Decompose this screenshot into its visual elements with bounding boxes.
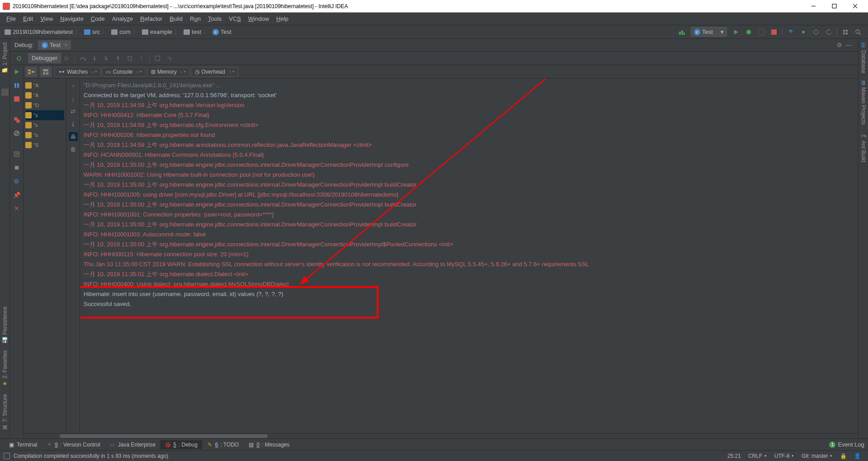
- status-icon[interactable]: [4, 453, 10, 459]
- evaluate-expr-icon[interactable]: [151, 52, 163, 64]
- soft-wrap-icon[interactable]: ⇄: [69, 107, 78, 116]
- menu-window[interactable]: Window: [245, 14, 273, 24]
- menu-edit[interactable]: Edit: [19, 14, 37, 24]
- project-structure-icon[interactable]: [840, 27, 851, 38]
- print-icon[interactable]: 🖶: [69, 132, 78, 141]
- run-config-selector[interactable]: c Test ▾: [691, 27, 727, 37]
- debug-session-tab[interactable]: c Test ×: [38, 40, 71, 50]
- vcs-history-icon[interactable]: [811, 27, 821, 38]
- event-log-button[interactable]: 1Event Log: [829, 441, 864, 448]
- tool-todo[interactable]: ✎6: TODO: [202, 440, 244, 449]
- right-tool-strip: 🗄Database mMaven Projects 🐜Ant Build: [858, 39, 868, 438]
- trace-icon[interactable]: [163, 52, 175, 64]
- view-breakpoints-icon[interactable]: [12, 115, 22, 125]
- close-button[interactable]: [844, 0, 865, 13]
- resume-button[interactable]: [12, 67, 22, 77]
- console-output[interactable]: "D:\Program Files\Java\jdk1.8.0_191\bin\…: [80, 79, 858, 433]
- horizontal-scrollbar[interactable]: [24, 433, 858, 438]
- gear-icon-2[interactable]: ⚙: [12, 176, 22, 186]
- menu-file[interactable]: File: [3, 14, 19, 24]
- run-to-cursor-icon[interactable]: [136, 52, 147, 64]
- menu-view[interactable]: View: [37, 14, 57, 24]
- tool-ant[interactable]: 🐜Ant Build: [859, 128, 868, 166]
- git-branch[interactable]: Git: master ‣: [798, 453, 836, 459]
- close-tab-icon[interactable]: ×: [64, 42, 68, 48]
- tab-watches[interactable]: 👓Watches→•: [54, 67, 101, 77]
- left-tool-strip: 📁1: Project 💾Persistence ★2: Favorites ⌘…: [0, 39, 10, 438]
- menu-vcs[interactable]: VCS: [225, 14, 245, 24]
- frames-panel[interactable]: "A "A "D "s "s "s "S: [24, 79, 66, 433]
- read-only-lock-icon[interactable]: 🔒: [836, 453, 850, 459]
- rerun-button[interactable]: [13, 52, 25, 64]
- line-separator[interactable]: CRLF ‣: [745, 453, 771, 459]
- menu-navigate[interactable]: Navigate: [57, 14, 87, 24]
- step-into-icon[interactable]: [89, 52, 100, 64]
- tool-java-enterprise[interactable]: ▭Java Enterprise: [105, 440, 160, 449]
- tool-version-control[interactable]: ⑂9: Version Control: [42, 440, 104, 449]
- gear-icon[interactable]: ⚙: [837, 42, 842, 48]
- debugger-tab-label[interactable]: Debugger: [28, 53, 61, 63]
- build-icon[interactable]: [676, 27, 687, 38]
- clear-icon[interactable]: 🗑: [69, 145, 78, 154]
- get-thread-dump-icon[interactable]: [12, 149, 22, 159]
- tool-debug[interactable]: 🐞5: Debug: [160, 440, 202, 449]
- minimize-button[interactable]: [803, 0, 824, 13]
- svg-rect-5: [681, 30, 683, 35]
- tool-messages[interactable]: ▤0: Messages: [243, 440, 294, 449]
- tab-console[interactable]: ▭Console→•: [102, 67, 146, 77]
- vcs-revert-icon[interactable]: [823, 27, 834, 38]
- tool-favorites[interactable]: ★2: Favorites: [1, 347, 9, 390]
- close-panel-icon[interactable]: ✕: [12, 203, 22, 213]
- stop-button[interactable]: [769, 27, 779, 38]
- inspections-icon[interactable]: 👤: [850, 453, 864, 459]
- tool-persistence[interactable]: 💾Persistence: [1, 303, 9, 347]
- stop-button-2[interactable]: [12, 94, 22, 104]
- force-step-into-icon[interactable]: [100, 52, 112, 64]
- tool-project[interactable]: 📁1: Project: [1, 39, 9, 78]
- file-encoding[interactable]: UTF-8 ‣: [771, 453, 798, 459]
- tool-terminal[interactable]: ▣Terminal: [4, 440, 42, 449]
- menu-run[interactable]: Run: [186, 14, 204, 24]
- tab-memory[interactable]: ⊞Memory→•: [147, 67, 190, 77]
- tool-icon-unknown[interactable]: [1, 89, 9, 96]
- frames-threads-icon[interactable]: [25, 66, 37, 77]
- tool-structure[interactable]: ⌘7: Structure: [1, 390, 9, 434]
- maximize-button[interactable]: [824, 0, 844, 13]
- search-everywhere-icon[interactable]: [853, 27, 863, 38]
- debug-button[interactable]: [743, 27, 754, 38]
- mute-breakpoints-icon[interactable]: [12, 128, 22, 138]
- breadcrumb-src[interactable]: src〉: [83, 28, 110, 36]
- breadcrumb-example[interactable]: example〉: [141, 28, 183, 36]
- minimize-panel-icon[interactable]: —: [846, 42, 852, 48]
- tab-overhead[interactable]: ◷Overhead→•: [191, 67, 238, 77]
- menu-help[interactable]: Help: [273, 14, 292, 24]
- step-over-icon[interactable]: [77, 52, 89, 64]
- tool-maven[interactable]: mMaven Projects: [859, 77, 868, 128]
- step-out-icon[interactable]: [112, 52, 124, 64]
- cursor-position[interactable]: 25:21: [724, 453, 745, 459]
- restore-layout-icon[interactable]: [40, 66, 52, 77]
- vcs-commit-icon[interactable]: [798, 27, 809, 38]
- down-stack-icon[interactable]: ↓: [69, 94, 78, 103]
- menu-code[interactable]: Code: [87, 14, 108, 24]
- tool-database[interactable]: 🗄Database: [859, 39, 868, 77]
- svg-line-21: [859, 33, 861, 35]
- run-button[interactable]: [731, 27, 741, 38]
- drop-frame-icon[interactable]: [124, 52, 136, 64]
- breadcrumb-test[interactable]: test〉: [183, 28, 212, 36]
- pin-icon[interactable]: 📌: [12, 190, 22, 200]
- menu-build[interactable]: Build: [166, 14, 186, 24]
- menu-analyze[interactable]: Analyze: [108, 14, 137, 24]
- settings-icon[interactable]: [12, 163, 22, 173]
- breadcrumb-com[interactable]: com〉: [110, 28, 141, 36]
- menu-tools[interactable]: Tools: [204, 14, 225, 24]
- menu-refactor[interactable]: Refactor: [137, 14, 166, 24]
- show-exec-point-icon[interactable]: [61, 52, 73, 64]
- breadcrumb-root[interactable]: 20190109hibernatetest〉: [4, 28, 83, 36]
- up-stack-icon[interactable]: ↑: [69, 81, 78, 90]
- coverage-button[interactable]: [756, 27, 767, 38]
- pause-button[interactable]: [12, 80, 22, 90]
- breadcrumb-class[interactable]: cTest: [212, 28, 232, 35]
- vcs-update-icon[interactable]: [785, 27, 796, 38]
- scroll-end-icon[interactable]: ⤓: [69, 119, 78, 128]
